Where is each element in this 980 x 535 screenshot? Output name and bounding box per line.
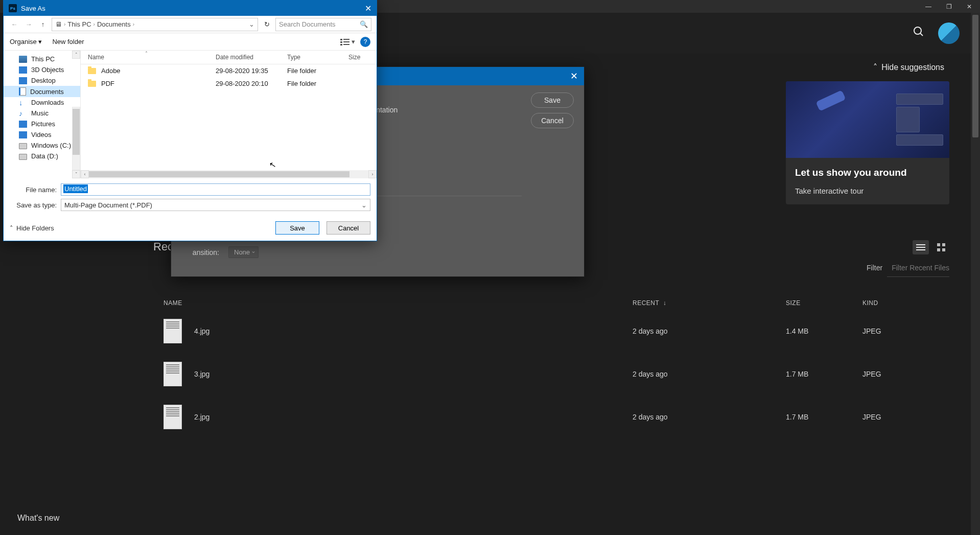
tree-windows-c[interactable]: Windows (C:) [4,140,80,151]
filter-label: Filter [867,264,882,272]
chevron-down-icon[interactable]: ⌄ [249,20,254,28]
file-thumb-icon [164,319,182,343]
close-app-button[interactable]: ✕ [963,2,976,12]
save-type-label: Save as type: [10,201,57,209]
folder-icon [88,68,96,74]
svg-rect-8 [942,248,945,251]
svg-rect-7 [937,248,940,251]
refresh-button[interactable]: ↻ [261,19,272,30]
tree-pictures[interactable]: Pictures [4,119,80,129]
help-button[interactable]: ? [360,37,370,47]
app-scrollbar[interactable] [971,13,980,535]
file-row[interactable]: PDF 29-08-2020 20:10File folder [81,77,377,90]
svg-rect-5 [937,243,940,246]
svg-rect-6 [942,243,945,246]
svg-point-0 [914,27,921,34]
save-type-select[interactable]: Multi-Page Document (*.PDF) [61,199,370,211]
folder-icon [88,81,96,87]
save-as-toolbar: Organise ▾ New folder ▾ ? [4,33,377,51]
hide-suggestions-button[interactable]: ˄ Hide suggestions [786,56,949,78]
save-as-navbar: ← → ↑ 🖥 › This PC › Documents › ⌄ ↻ Sear… [4,16,377,33]
pdf-close-button[interactable]: ✕ [570,71,578,82]
tour-thumbnail [786,81,949,158]
nav-forward-button[interactable]: → [23,19,34,30]
search-icon[interactable] [913,26,925,41]
recent-row[interactable]: 2.jpg 2 days ago1.7 MBJPEG [153,396,949,438]
recent-row[interactable]: 3.jpg 2 days ago1.7 MBJPEG [153,353,949,396]
new-folder-button[interactable]: New folder [52,38,84,45]
tour-card[interactable]: Let us show you around Take interactive … [786,81,949,204]
tree-scroll-thumb[interactable] [73,109,80,155]
transition-select: None [228,246,259,258]
ps-icon: Ps [9,4,17,12]
file-list-header[interactable]: Name Date modified Type Size ˄ [81,51,377,64]
tree-desktop[interactable]: Desktop [4,75,80,86]
svg-rect-11 [340,41,342,43]
tree-data-d[interactable]: Data (D:) [4,151,80,161]
nav-back-button[interactable]: ← [9,19,20,30]
organise-menu[interactable]: Organise ▾ [10,38,42,45]
tour-link[interactable]: Take interactive tour [795,187,940,195]
tree-this-pc[interactable]: This PC [4,54,80,64]
breadcrumb[interactable]: 🖥 › This PC › Documents › ⌄ [52,18,258,31]
view-options-button[interactable]: ▾ [340,38,355,45]
recent-row[interactable]: 4.jpg 2 days ago1.4 MBJPEG [153,310,949,353]
cancel-button[interactable]: Cancel [326,221,370,235]
pdf-cancel-button[interactable]: Cancel [531,113,574,128]
search-icon: 🔍 [360,20,368,28]
tree-videos[interactable]: Videos [4,129,80,140]
file-thumb-icon [164,362,182,386]
file-list: Name Date modified Type Size ˄ Adobe 29-… [80,51,377,178]
grid-view-button[interactable] [933,240,949,254]
svg-line-1 [920,33,923,36]
recent-table-header: NAME RECENT ↓ SIZE KIND [153,296,949,310]
file-list-hscroll[interactable]: ‹ › [81,170,377,178]
pdf-save-button[interactable]: Save [531,92,574,108]
search-input[interactable]: Search Documents 🔍 [275,18,371,31]
tree-downloads[interactable]: ↓Downloads [4,97,80,108]
pc-icon: 🖥 [55,20,62,28]
svg-rect-14 [343,44,349,45]
tour-title: Let us show you around [795,167,940,178]
tree-music[interactable]: ♪Music [4,108,80,119]
minimize-button[interactable]: — [922,2,935,12]
tree-3d-objects[interactable]: 3D Objects [4,64,80,75]
tree-documents[interactable]: Documents [4,86,80,97]
save-button[interactable]: Save [275,221,319,235]
filename-label: File name: [10,186,57,194]
filter-input[interactable]: Filter Recent Files [892,264,949,272]
avatar[interactable] [938,22,960,44]
maximize-button[interactable]: ❐ [942,2,955,12]
file-thumb-icon [164,405,182,429]
file-row[interactable]: Adobe 29-08-2020 19:35File folder [81,64,377,77]
tree-scroll-up[interactable]: ˄ [72,51,80,59]
save-as-titlebar: Ps Save As ✕ [4,1,377,16]
sort-indicator-icon: ˄ [145,51,148,56]
svg-rect-10 [343,39,349,40]
chevron-up-icon: ˄ [10,224,13,232]
svg-rect-9 [340,39,342,40]
chevron-up-icon: ˄ [873,62,877,72]
save-as-close-button[interactable]: ✕ [365,4,371,13]
hide-folders-toggle[interactable]: ˄ Hide Folders [10,224,54,232]
tree-scroll-down[interactable]: ˅ [72,170,80,178]
save-as-dialog: Ps Save As ✕ ← → ↑ 🖥 › This PC › Documen… [3,0,377,241]
svg-rect-12 [343,41,349,42]
folder-tree: ˄ This PC 3D Objects Desktop Documents ↓… [4,51,80,178]
list-view-button[interactable] [913,240,929,254]
filename-input[interactable]: Untitled [61,183,370,196]
svg-rect-13 [340,44,342,45]
nav-up-button[interactable]: ↑ [37,19,49,30]
whats-new-link[interactable]: What's new [17,514,59,523]
suggestions-panel: ˄ Hide suggestions Let us show you aroun… [786,56,949,204]
